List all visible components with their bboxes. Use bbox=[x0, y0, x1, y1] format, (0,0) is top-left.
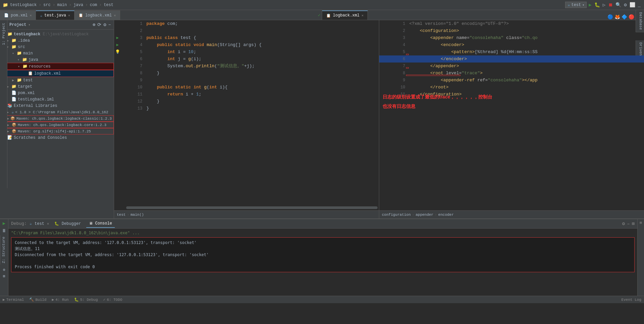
panel-layout-icon[interactable]: ⊞ bbox=[632, 221, 635, 227]
status-todo[interactable]: ✓ 6: TODO bbox=[103, 297, 122, 302]
label-src: src bbox=[18, 45, 25, 49]
debug-pause-icon[interactable]: ⏸ bbox=[2, 228, 6, 234]
vtab-project-label[interactable]: 1: Project bbox=[2, 23, 6, 45]
breadcrumb-encoder[interactable]: encoder bbox=[438, 213, 454, 217]
save-indicator: ✓ bbox=[318, 12, 320, 18]
sidebar-settings-icon[interactable]: ⚙ bbox=[103, 22, 106, 28]
sidebar-item-ext-libs[interactable]: ▾ 📚 External Libraries bbox=[0, 103, 114, 109]
sidebar-scope-icon[interactable]: ⊕ bbox=[93, 22, 95, 28]
top-com[interactable]: com bbox=[90, 3, 97, 7]
label-iml: testLogback.iml bbox=[18, 97, 54, 102]
panel-header-right: ⚙ – ⊞ bbox=[622, 221, 635, 227]
label-scratches: Scratches and Consoles bbox=[14, 135, 67, 140]
sidebar-item-java[interactable]: ▾ 📁 java bbox=[0, 56, 114, 63]
tab-logback-left[interactable]: 📋 logback.xml ✕ bbox=[75, 10, 120, 20]
stop-button[interactable]: ⏹ bbox=[607, 2, 613, 8]
top-java[interactable]: java bbox=[73, 3, 83, 7]
left-editor: 1 package com; 2 ▶ 3 bbox=[114, 20, 379, 218]
sidebar-item-src[interactable]: ▾ 📁 src bbox=[0, 44, 114, 50]
run-config-box[interactable]: ☕ test ▾ bbox=[565, 2, 587, 8]
breadcrumb-main[interactable]: main() bbox=[131, 213, 144, 217]
run-button[interactable]: ▶ bbox=[588, 2, 592, 8]
tab-pom-close[interactable]: ✕ bbox=[30, 13, 32, 17]
left-code-area[interactable]: 1 package com; 2 ▶ 3 bbox=[114, 20, 379, 210]
panel-settings-icon[interactable]: ⚙ bbox=[622, 221, 625, 227]
chrome-icon[interactable]: 🔵 bbox=[607, 14, 613, 20]
sidebar-item-logback-xml[interactable]: 📋 logback.xml bbox=[0, 70, 114, 77]
settings-button[interactable]: ⚙ bbox=[623, 2, 627, 8]
breadcrumb-test[interactable]: test bbox=[117, 213, 126, 217]
table-row: 9 bbox=[114, 77, 379, 84]
linecontent-1[interactable]: package com; bbox=[145, 20, 379, 27]
debug-tab-close[interactable]: ✕ bbox=[47, 221, 49, 226]
sidebar-item-test[interactable]: ▶ 📁 test bbox=[0, 77, 114, 83]
top-test[interactable]: test bbox=[104, 3, 113, 7]
maximize-button[interactable]: ⬜ bbox=[629, 2, 636, 8]
sidebar-dropdown-arrow[interactable]: ▾ bbox=[28, 23, 30, 27]
status-event-log[interactable]: Event Log bbox=[622, 298, 641, 302]
top-main[interactable]: main bbox=[57, 3, 67, 7]
tab-test-close[interactable]: ✕ bbox=[68, 13, 70, 17]
sidebar-item-root[interactable]: ▾ 📁 testLogback E:\java\testLogback bbox=[0, 31, 114, 37]
console-line-3: 测试信息。11 bbox=[15, 246, 631, 252]
find-button[interactable]: 🔍 bbox=[615, 2, 622, 8]
z-structure-tab[interactable]: Z: Structure bbox=[0, 235, 7, 265]
breadcrumb-appender[interactable]: appender bbox=[415, 213, 433, 217]
project-icon: 📁 bbox=[3, 2, 8, 8]
tab-test-java[interactable]: ☕ test.java ✕ bbox=[36, 10, 74, 20]
debug-settings2[interactable]: ⚙ bbox=[3, 268, 5, 272]
tab-logback-right-close[interactable]: ✕ bbox=[361, 13, 363, 17]
debug-run-button[interactable]: 🐛 bbox=[594, 2, 601, 8]
run-icon-status: ▶ bbox=[52, 297, 54, 302]
sidebar-item-idea[interactable]: ▶ 📁 .idea bbox=[0, 37, 114, 44]
sidebar-item-iml[interactable]: 📄 testLogback.iml bbox=[0, 96, 114, 103]
run-arrow-4[interactable]: ▶ bbox=[116, 43, 118, 47]
sidebar-item-scratches[interactable]: ▶ 📝 Scratches and Consoles bbox=[0, 134, 114, 141]
run-arrow-3[interactable]: ▶ bbox=[116, 36, 118, 40]
status-debug[interactable]: 🐛 5: Debug bbox=[74, 297, 98, 302]
tab-pom-xml[interactable]: 📄 pom.xml ✕ bbox=[0, 10, 36, 20]
run-config-icon: ☕ bbox=[567, 2, 570, 7]
sidebar-title[interactable]: Project bbox=[9, 23, 26, 27]
tab-logback-left-close[interactable]: ✕ bbox=[114, 13, 116, 17]
debug-tab-test[interactable]: test bbox=[35, 221, 44, 226]
minimize-button[interactable]: _ bbox=[637, 2, 641, 8]
sidebar-item-maven-classic[interactable]: ▶ 📦 Maven: ch.qos.logback:logback-classi… bbox=[0, 115, 114, 122]
project-name[interactable]: testLogback bbox=[10, 3, 37, 7]
console-output[interactable]: "C:\Program Files\Java\jdk1.8.0_162\bin\… bbox=[8, 229, 637, 296]
sidebar-item-maven-slf4j[interactable]: ▶ 📦 Maven: org.slf4j:slf4j-api:1.7.25 bbox=[0, 128, 114, 134]
top-src[interactable]: src bbox=[43, 3, 51, 7]
panel-tab-debugger[interactable]: 🐛 Debugger bbox=[52, 220, 84, 228]
status-run[interactable]: ▶ 4: Run bbox=[52, 297, 68, 302]
debug-resume-icon[interactable]: ▶ bbox=[3, 220, 5, 226]
breadcrumb-configuration[interactable]: configuration bbox=[382, 213, 411, 217]
sidebar-item-target[interactable]: ▶ 📁 target bbox=[0, 83, 114, 90]
right-code-area[interactable]: 1 <?xml version="1.0" encoding="UTF-8"?>… bbox=[379, 20, 644, 210]
left-tab-bar: 📄 pom.xml ✕ ☕ test.java ✕ 📋 logback.xml … bbox=[0, 10, 322, 20]
status-build[interactable]: 🔨 Build bbox=[29, 297, 46, 302]
sidebar-minimize-icon[interactable]: – bbox=[108, 22, 111, 28]
debug-layout[interactable]: ⊞ bbox=[3, 274, 5, 278]
sidebar-item-resources[interactable]: ▾ 📁 resources bbox=[0, 63, 114, 70]
bottom-right-gutter: ⊞ bbox=[637, 219, 644, 296]
right-code-table: 1 <?xml version="1.0" encoding="UTF-8"?>… bbox=[379, 20, 644, 98]
ie-icon[interactable]: 🔷 bbox=[622, 14, 627, 20]
h-scrollbar[interactable] bbox=[126, 206, 378, 209]
status-terminal[interactable]: ▶ Terminal bbox=[3, 297, 24, 302]
structure-icon[interactable]: ⊞ bbox=[640, 220, 642, 225]
opera-icon[interactable]: 🔴 bbox=[629, 14, 634, 20]
icon-project: 📁 bbox=[7, 32, 12, 37]
panel-close-icon[interactable]: – bbox=[627, 221, 630, 227]
sidebar-item-jdk[interactable]: ▶ ☕ < 1.8 > C:\Program Files\Java\jdk1.8… bbox=[0, 109, 114, 115]
coverage-button[interactable]: ▷ bbox=[602, 2, 606, 8]
run-config-arrow: ▾ bbox=[582, 3, 584, 7]
panel-tab-console[interactable]: 🖥 Console bbox=[86, 220, 115, 228]
bulb-icon-5[interactable]: 💡 bbox=[115, 50, 120, 54]
sidebar-sync-icon[interactable]: ⟳ bbox=[97, 22, 101, 28]
tab-logback-right[interactable]: 📋 logback.xml ✕ bbox=[322, 10, 368, 20]
firefox-icon[interactable]: 🦊 bbox=[614, 14, 620, 20]
gutter-1 bbox=[114, 20, 121, 27]
sidebar-item-pom[interactable]: 📄 pom.xml bbox=[0, 90, 114, 96]
sidebar-item-maven-core[interactable]: ▶ 📦 Maven: ch.qos.logback:logback-core:1… bbox=[0, 122, 114, 128]
sidebar-item-main[interactable]: ▾ 📁 main bbox=[0, 50, 114, 56]
